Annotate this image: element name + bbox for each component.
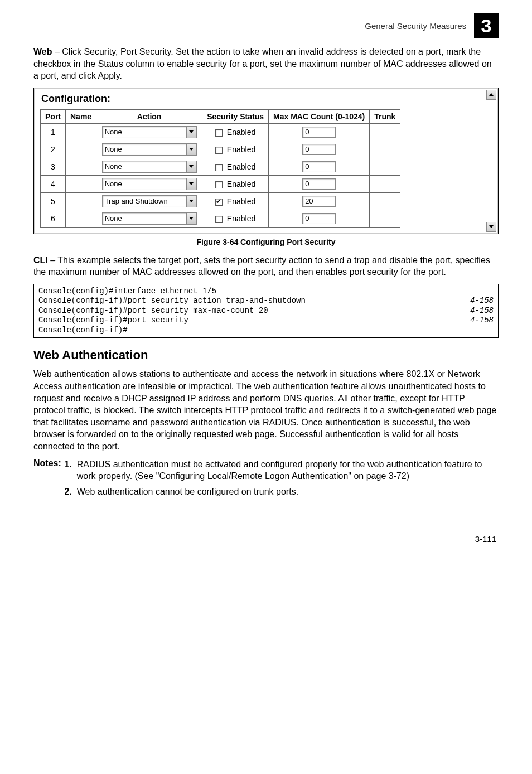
cell-max-mac: 0 — [269, 123, 370, 141]
cli-code-block: Console(config)#interface ethernet 1/5Co… — [33, 284, 499, 338]
dropdown-button[interactable] — [186, 127, 196, 138]
code-page-ref: 4-158 — [453, 316, 494, 326]
cell-port: 4 — [41, 175, 66, 192]
note-item: RADIUS authentication must be activated … — [77, 458, 499, 482]
action-select-value: None — [103, 180, 186, 188]
cell-max-mac: 0 — [269, 158, 370, 175]
cell-name — [66, 175, 96, 192]
dropdown-button[interactable] — [186, 144, 196, 155]
col-max-mac: Max MAC Count (0-1024) — [269, 109, 370, 123]
action-select-value: None — [103, 128, 186, 136]
notes-block: Notes: RADIUS authentication must be act… — [33, 458, 499, 501]
code-command: Console(config)#interface ethernet 1/5 — [38, 287, 216, 297]
cell-security-status: Enabled — [202, 158, 269, 175]
chevron-down-icon — [189, 130, 194, 133]
chevron-down-icon — [189, 148, 194, 151]
dropdown-button[interactable] — [186, 196, 196, 207]
web-intro-paragraph: Web – Click Security, Port Security. Set… — [33, 46, 499, 82]
cell-name — [66, 210, 96, 227]
cell-name — [66, 192, 96, 210]
max-mac-input[interactable]: 20 — [302, 196, 336, 207]
dropdown-button[interactable] — [186, 213, 196, 224]
enabled-checkbox[interactable] — [215, 147, 223, 154]
cli-intro-text: – This example selects the target port, … — [33, 255, 490, 277]
code-line: Console(config-if)# — [38, 326, 494, 336]
code-page-ref: 4-158 — [453, 306, 494, 316]
code-line: Console(config-if)#port security action … — [38, 296, 494, 306]
dropdown-button[interactable] — [186, 161, 196, 172]
cell-name — [66, 158, 96, 175]
code-command: Console(config-if)#port security max-mac… — [38, 306, 268, 316]
cell-security-status: Enabled — [202, 210, 269, 227]
cell-max-mac: 0 — [269, 141, 370, 158]
cell-action: None — [96, 158, 202, 175]
code-command: Console(config-if)#port security action … — [38, 296, 306, 306]
chevron-down-icon — [189, 182, 194, 185]
cell-port: 5 — [41, 192, 66, 210]
cell-port: 3 — [41, 158, 66, 175]
page-number: 3-111 — [33, 534, 499, 544]
chevron-down-icon — [189, 165, 194, 168]
enabled-label: Enabled — [225, 162, 255, 171]
enabled-checkbox[interactable] — [215, 164, 223, 171]
cell-trunk — [370, 175, 400, 192]
scroll-down-button[interactable] — [486, 222, 496, 232]
notes-label: Notes: — [33, 458, 61, 501]
col-port: Port — [41, 109, 66, 123]
action-select[interactable]: None — [102, 126, 197, 138]
action-select[interactable]: None — [102, 161, 197, 173]
cell-action: None — [96, 210, 202, 227]
enabled-label: Enabled — [225, 128, 255, 137]
enabled-label: Enabled — [225, 180, 255, 188]
dropdown-button[interactable] — [186, 178, 196, 190]
max-mac-input[interactable]: 0 — [302, 127, 336, 138]
cell-name — [66, 141, 96, 158]
cell-trunk — [370, 123, 400, 141]
col-security-status: Security Status — [202, 109, 269, 123]
web-intro-text: – Click Security, Port Security. Set the… — [33, 47, 492, 80]
table-row: 5Trap and Shutdown Enabled20 — [41, 192, 400, 210]
cell-port: 1 — [41, 123, 66, 141]
action-select[interactable]: Trap and Shutdown — [102, 195, 197, 207]
cell-trunk — [370, 158, 400, 175]
cell-security-status: Enabled — [202, 123, 269, 141]
page-header: General Security Measures 3 — [33, 13, 499, 38]
table-row: 3None Enabled0 — [41, 158, 400, 175]
col-name: Name — [66, 109, 96, 123]
notes-list: RADIUS authentication must be activated … — [66, 458, 499, 501]
enabled-checkbox[interactable] — [215, 199, 223, 206]
configuration-table: Port Name Action Security Status Max MAC… — [40, 109, 400, 228]
action-select-value: None — [103, 162, 186, 171]
action-select-value: None — [103, 145, 186, 153]
cli-prefix: CLI — [33, 255, 48, 265]
table-row: 2None Enabled0 — [41, 141, 400, 158]
scroll-up-button[interactable] — [486, 90, 496, 100]
enabled-checkbox[interactable] — [215, 181, 223, 188]
enabled-checkbox[interactable] — [215, 129, 223, 137]
action-select[interactable]: None — [102, 212, 197, 225]
header-title: General Security Measures — [365, 21, 466, 31]
max-mac-input[interactable]: 0 — [302, 161, 336, 172]
enabled-label: Enabled — [225, 145, 255, 154]
table-row: 6None Enabled0 — [41, 210, 400, 227]
code-command: Console(config-if)#port security — [38, 316, 188, 326]
col-trunk: Trunk — [370, 109, 400, 123]
table-row: 1None Enabled0 — [41, 123, 400, 141]
max-mac-input[interactable]: 0 — [302, 144, 336, 155]
triangle-down-icon — [489, 225, 494, 228]
enabled-checkbox[interactable] — [215, 216, 223, 223]
cell-max-mac: 20 — [269, 192, 370, 210]
chevron-down-icon — [189, 217, 194, 220]
max-mac-input[interactable]: 0 — [302, 213, 336, 224]
col-action: Action — [96, 109, 202, 123]
cell-action: Trap and Shutdown — [96, 192, 202, 210]
cell-max-mac: 0 — [269, 210, 370, 227]
action-select[interactable]: None — [102, 178, 197, 190]
web-auth-paragraph: Web authentication allows stations to au… — [33, 368, 499, 452]
web-auth-heading: Web Authentication — [33, 348, 499, 362]
code-line: Console(config-if)#port security max-mac… — [38, 306, 494, 316]
max-mac-input[interactable]: 0 — [302, 178, 336, 190]
chapter-number: 3 — [481, 15, 492, 37]
action-select-value: Trap and Shutdown — [103, 197, 186, 205]
action-select[interactable]: None — [102, 143, 197, 156]
